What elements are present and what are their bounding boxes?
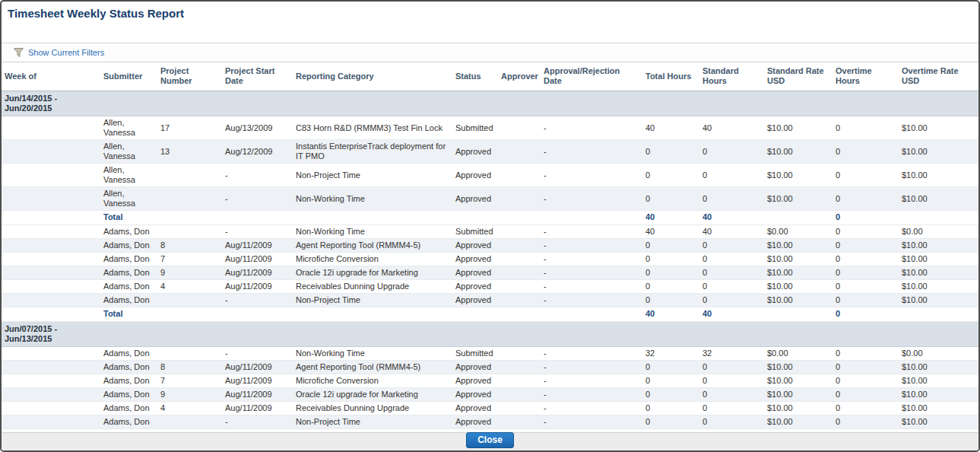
cell-overtime_rate_usd: $10.00 xyxy=(899,253,978,266)
week-group-filler xyxy=(100,322,978,347)
total-label: Total xyxy=(100,211,157,225)
cell-total_hours: 40 xyxy=(642,116,699,140)
cell-standard_rate_usd: $10.00 xyxy=(764,415,833,429)
cell-week_of xyxy=(2,402,100,415)
total-overtime_hours: 0 xyxy=(833,211,899,225)
cell-total_hours: 0 xyxy=(642,140,699,164)
total-empty-cell xyxy=(293,211,452,225)
cell-submitter: Adams, Don xyxy=(100,347,157,361)
column-header-status: Status xyxy=(452,62,498,91)
cell-project_number: 9 xyxy=(157,266,222,280)
table-header-row: Week ofSubmitterProject NumberProject St… xyxy=(2,62,978,91)
cell-standard_rate_usd: $10.00 xyxy=(764,402,833,415)
cell-approver xyxy=(498,374,541,388)
column-header-approval_rejection_date: Approval/Rejection Date xyxy=(541,62,642,91)
cell-status: Approved xyxy=(452,140,498,164)
cell-status: Approved xyxy=(452,253,498,266)
table-row: Adams, Don-Non-Working TimeSubmitted-323… xyxy=(2,347,978,361)
cell-status: Approved xyxy=(452,164,498,187)
cell-submitter: Adams, Don xyxy=(100,361,157,374)
cell-total_hours: 0 xyxy=(642,402,699,415)
table-row: Allen, Vanessa-Non-Working TimeApproved-… xyxy=(2,187,978,211)
cell-approval_rejection_date: - xyxy=(541,225,642,239)
close-button[interactable]: Close xyxy=(466,432,514,448)
report-window: Timesheet Weekly Status Report Show Curr… xyxy=(0,0,980,452)
cell-submitter: Allen, Vanessa xyxy=(100,187,157,211)
cell-week_of xyxy=(2,140,100,164)
cell-approver xyxy=(498,140,541,164)
cell-overtime_rate_usd: $10.00 xyxy=(899,402,978,415)
cell-approver xyxy=(498,164,541,187)
cell-standard_hours: 0 xyxy=(699,280,764,294)
cell-approval_rejection_date: - xyxy=(541,402,642,415)
cell-overtime_hours: 0 xyxy=(833,116,899,140)
cell-approver xyxy=(498,361,541,374)
cell-standard_rate_usd: $10.00 xyxy=(764,253,833,266)
table-row: Adams, Don7Aug/11/2009Microfiche Convers… xyxy=(2,253,978,266)
cell-total_hours: 0 xyxy=(642,239,699,253)
cell-approver xyxy=(498,116,541,140)
total-empty-cell xyxy=(899,307,978,322)
total-empty-cell xyxy=(899,211,978,225)
cell-standard_hours: 0 xyxy=(699,140,764,164)
cell-standard_hours: 0 xyxy=(699,164,764,187)
cell-approver xyxy=(498,402,541,415)
table-body: Jun/14/2015 - Jun/20/2015Allen, Vanessa1… xyxy=(2,91,978,432)
cell-standard_rate_usd: $10.00 xyxy=(764,388,833,402)
cell-overtime_hours: 0 xyxy=(833,225,899,239)
cell-reporting_category: Microfiche Conversion xyxy=(293,374,452,388)
week-of-label: Jun/14/2015 - Jun/20/2015 xyxy=(2,91,100,116)
cell-week_of xyxy=(2,374,100,388)
cell-project_number: 8 xyxy=(157,239,222,253)
cell-project_start_date: - xyxy=(222,187,293,211)
cell-standard_hours: 0 xyxy=(699,187,764,211)
cell-status: Submitted xyxy=(452,116,498,140)
cell-overtime_rate_usd: $10.00 xyxy=(899,361,978,374)
week-group-row: Jun/07/2015 - Jun/13/2015 xyxy=(2,322,978,347)
cell-approver xyxy=(498,239,541,253)
cell-approval_rejection_date: - xyxy=(541,361,642,374)
cell-project_start_date: Aug/11/2009 xyxy=(222,239,293,253)
total-empty-cell xyxy=(222,211,293,225)
cell-total_hours: 0 xyxy=(642,164,699,187)
week-of-label: Jun/07/2015 - Jun/13/2015 xyxy=(2,322,100,347)
cell-project_start_date: - xyxy=(222,164,293,187)
cell-overtime_hours: 0 xyxy=(833,187,899,211)
column-header-standard_hours: Standard Hours xyxy=(699,62,764,91)
cell-submitter: Adams, Don xyxy=(100,266,157,280)
cell-standard_rate_usd: $10.00 xyxy=(764,374,833,388)
total-label: Total xyxy=(100,307,157,322)
column-header-overtime_rate_usd: Overtime Rate USD xyxy=(899,62,978,91)
cell-reporting_category: Non-Working Time xyxy=(293,225,452,239)
cell-reporting_category: Agent Reporting Tool (RMMM4-5) xyxy=(293,239,452,253)
cell-overtime_hours: 0 xyxy=(833,415,899,429)
total-empty-cell xyxy=(498,211,541,225)
cell-overtime_hours: 0 xyxy=(833,140,899,164)
cell-approval_rejection_date: - xyxy=(541,294,642,307)
cell-week_of xyxy=(2,388,100,402)
cell-status: Approved xyxy=(452,388,498,402)
table-row: Allen, Vanessa13Aug/12/2009Instantis Ent… xyxy=(2,140,978,164)
total-empty-cell xyxy=(452,307,498,322)
cell-week_of xyxy=(2,116,100,140)
show-current-filters-link[interactable]: Show Current Filters xyxy=(14,48,104,57)
cell-submitter: Adams, Don xyxy=(100,388,157,402)
column-header-week_of: Week of xyxy=(2,62,100,91)
cell-status: Submitted xyxy=(452,225,498,239)
cell-project_start_date: - xyxy=(222,415,293,429)
cell-approval_rejection_date: - xyxy=(541,116,642,140)
cell-total_hours: 0 xyxy=(642,374,699,388)
cell-standard_rate_usd: $10.00 xyxy=(764,116,833,140)
timesheet-table: Week ofSubmitterProject NumberProject St… xyxy=(2,62,978,432)
cell-standard_rate_usd: $10.00 xyxy=(764,294,833,307)
cell-approval_rejection_date: - xyxy=(541,187,642,211)
cell-submitter: Allen, Vanessa xyxy=(100,164,157,187)
cell-approval_rejection_date: - xyxy=(541,239,642,253)
cell-overtime_rate_usd: $10.00 xyxy=(899,140,978,164)
cell-standard_rate_usd: $10.00 xyxy=(764,239,833,253)
cell-approval_rejection_date: - xyxy=(541,266,642,280)
cell-project_number xyxy=(157,294,222,307)
cell-approver xyxy=(498,280,541,294)
cell-project_start_date: Aug/12/2009 xyxy=(222,140,293,164)
cell-status: Approved xyxy=(452,294,498,307)
